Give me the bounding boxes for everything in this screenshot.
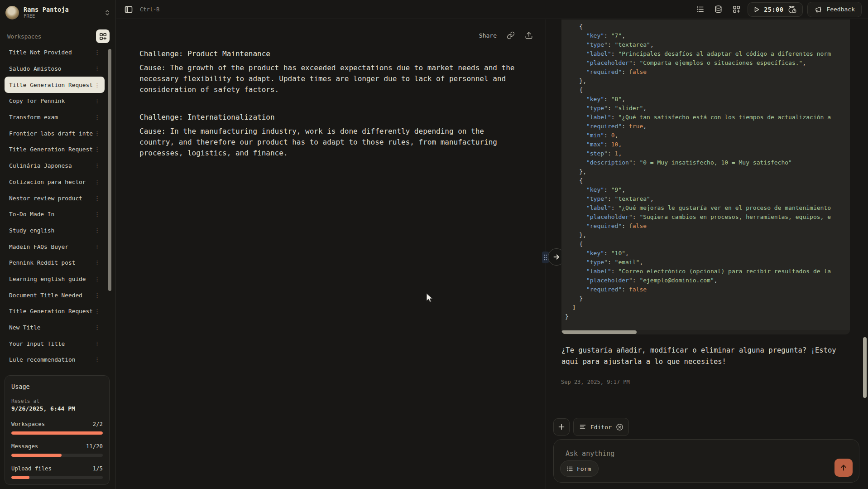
kebab-menu-icon[interactable]: ⋮	[93, 276, 101, 282]
scrollbar-thumb[interactable]	[561, 330, 637, 334]
close-circle-icon[interactable]	[616, 423, 623, 431]
kebab-menu-icon[interactable]: ⋮	[93, 243, 101, 250]
kebab-menu-icon[interactable]: ⋮	[93, 82, 101, 88]
sidebar-item[interactable]: Title Not Provided⋮	[5, 44, 105, 61]
kebab-menu-icon[interactable]: ⋮	[93, 179, 101, 185]
kebab-menu-icon[interactable]: ⋮	[93, 97, 101, 104]
sidebar-item[interactable]: Title Generation Request⋮	[5, 77, 105, 93]
kebab-menu-icon[interactable]: ⋮	[93, 49, 101, 56]
kebab-menu-icon[interactable]: ⋮	[93, 195, 101, 202]
sidebar-item[interactable]: Your Input Title⋮	[5, 335, 105, 352]
sidebar-item-label: Your Input Title	[9, 340, 65, 347]
sidebar-item-label: Frontier labs draft inte…	[9, 130, 93, 137]
sidebar-item[interactable]: Cotizacion para hector⋮	[5, 174, 105, 190]
sidebar-item[interactable]: Saludo Amistoso⋮	[5, 61, 105, 77]
editor-chip-label: Editor	[590, 424, 612, 431]
sidebar-item[interactable]: Title Generation Request⋮	[5, 303, 105, 320]
kebab-menu-icon[interactable]: ⋮	[93, 308, 101, 315]
kebab-menu-icon[interactable]: ⋮	[93, 130, 101, 137]
composer-divider	[546, 404, 868, 404]
chat-input[interactable]: Ask anything Form	[553, 439, 859, 483]
usage-panel: Usage Resets at 9/26/2025, 6:44 PM Works…	[5, 375, 110, 485]
meter-label: Messages	[11, 443, 38, 450]
sidebar-item-label: Document Title Needed	[9, 292, 82, 299]
document-content: Challenge: Product Maintenance Cause: Th…	[139, 48, 520, 175]
grid-add-icon[interactable]	[729, 3, 743, 16]
code-block-content: { "key": "7", "type": "textarea", "label…	[565, 22, 850, 321]
sidebar-toggle-button[interactable]	[122, 3, 135, 16]
sidebar-item-label: Title Generation Request	[9, 82, 93, 88]
sidebar-item-label: Cotizacion para hector	[9, 179, 86, 185]
chevron-updown-icon	[104, 9, 110, 17]
chat-scrollbar[interactable]	[863, 337, 867, 398]
sidebar-item[interactable]: Document Title Needed⋮	[5, 287, 105, 303]
kebab-menu-icon[interactable]: ⋮	[93, 324, 101, 331]
feedback-button[interactable]: Feedback	[807, 2, 862, 17]
sidebar-item-label: Title Not Provided	[9, 49, 72, 56]
kebab-menu-icon[interactable]: ⋮	[93, 259, 101, 266]
app-window: Rams Pantoja FREE Workspaces Title Not P…	[0, 0, 868, 489]
document-pane: Share Challenge: Product Maintenance Cau…	[116, 19, 546, 489]
sidebar-item[interactable]: Study english⋮	[5, 223, 105, 239]
list-view-icon[interactable]	[693, 3, 707, 16]
sidebar-item[interactable]: Frontier labs draft inte…⋮	[5, 125, 105, 141]
sidebar-item[interactable]: Pennink Reddit post⋮	[5, 255, 105, 271]
chat-panel: { "key": "7", "type": "textarea", "label…	[546, 19, 868, 489]
sidebar-item[interactable]: MadeIn FAQs Buyer⋮	[5, 238, 105, 255]
export-icon[interactable]	[525, 31, 533, 39]
form-mode-button[interactable]: Form	[560, 460, 599, 477]
sidebar-item[interactable]: Transform exam⋮	[5, 109, 105, 126]
sidebar-scrollbar[interactable]	[108, 49, 111, 291]
kebab-menu-icon[interactable]: ⋮	[93, 114, 101, 121]
tomato-timer-icon	[787, 5, 797, 14]
usage-meter: Workspaces2/2	[11, 421, 103, 435]
send-button[interactable]	[834, 459, 853, 477]
kebab-menu-icon[interactable]: ⋮	[93, 162, 101, 169]
link-icon[interactable]	[507, 31, 515, 39]
chat-input-placeholder: Ask anything	[566, 450, 614, 458]
meter-track	[11, 431, 103, 435]
database-icon[interactable]	[711, 3, 725, 16]
sidebar-item-label: Saludo Amistoso	[9, 65, 62, 72]
sidebar-item[interactable]: Lule recommendation⋮	[5, 352, 105, 368]
kebab-menu-icon[interactable]: ⋮	[93, 65, 101, 72]
sidebar-item-label: Copy for Pennink	[9, 97, 65, 104]
add-attachment-button[interactable]	[553, 418, 570, 436]
account-switcher[interactable]: Rams Pantoja FREE	[5, 5, 110, 21]
sidebar-item-label: Study english	[9, 227, 54, 234]
kebab-menu-icon[interactable]: ⋮	[93, 211, 101, 218]
meter-fill	[11, 454, 62, 457]
kebab-menu-icon[interactable]: ⋮	[93, 227, 101, 234]
kebab-menu-icon[interactable]: ⋮	[93, 356, 101, 363]
kebab-menu-icon[interactable]: ⋮	[93, 340, 101, 347]
sidebar-item[interactable]: New Title⋮	[5, 320, 105, 336]
workspaces-label: Workspaces	[7, 33, 41, 40]
usage-resets-label: Resets at	[11, 397, 103, 405]
add-workspace-button[interactable]	[96, 29, 110, 43]
sidebar-item-label: Lule recommendation	[9, 356, 75, 363]
user-plan-badge: FREE	[24, 13, 69, 19]
doc-heading: Challenge: Internationalization	[139, 112, 520, 123]
user-name: Rams Pantoja	[24, 6, 69, 13]
sidebar-item-label: To-Do Made In	[9, 211, 54, 218]
kebab-menu-icon[interactable]: ⋮	[93, 146, 101, 153]
sidebar-item[interactable]: Copy for Pennink⋮	[5, 93, 105, 109]
sidebar-item[interactable]: Title Generation Request⋮	[5, 141, 105, 158]
play-icon[interactable]	[753, 6, 760, 13]
form-button-label: Form	[577, 465, 591, 472]
sidebar: Rams Pantoja FREE Workspaces Title Not P…	[0, 0, 116, 489]
assistant-message: ¿Te gustaría añadir, modificar o elimina…	[561, 345, 843, 368]
sidebar-item[interactable]: To-Do Made In⋮	[5, 206, 105, 223]
sidebar-item[interactable]: Nestor review product⋮	[5, 190, 105, 206]
editor-context-chip[interactable]: Editor	[573, 418, 629, 436]
sidebar-item[interactable]: Culinária Japonesa⋮	[5, 158, 105, 174]
sidebar-item-label: Title Generation Request	[9, 146, 93, 153]
meter-fill	[11, 431, 103, 435]
top-bar: Ctrl-B 25:00 Feedback	[116, 0, 868, 19]
pomodoro-timer[interactable]: 25:00	[748, 2, 803, 17]
kebab-menu-icon[interactable]: ⋮	[93, 292, 101, 299]
sidebar-item[interactable]: Learning english guide⋮	[5, 271, 105, 287]
sidebar-item-label: Transform exam	[9, 114, 58, 121]
share-button[interactable]: Share	[479, 32, 497, 39]
code-horizontal-scrollbar[interactable]	[561, 330, 850, 334]
